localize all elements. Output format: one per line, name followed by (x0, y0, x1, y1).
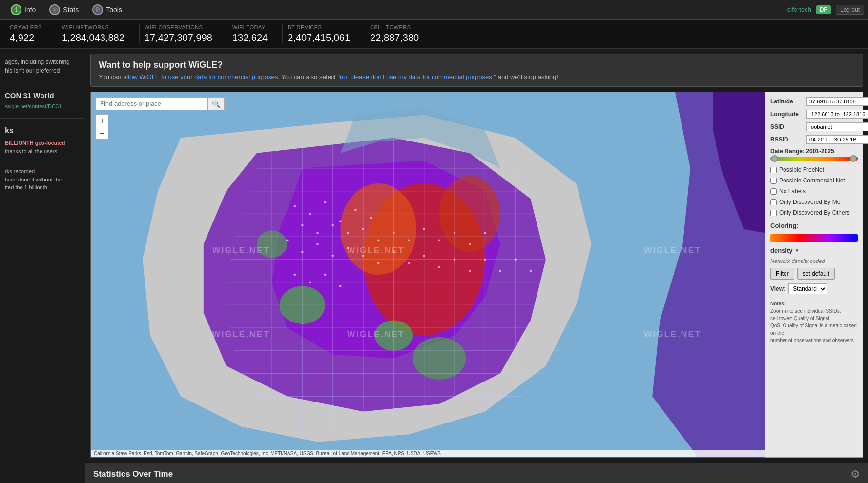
bssid-row: BSSID (770, 135, 858, 144)
stat-crawlers-value: 4,922 (10, 32, 42, 43)
stat-wifi-today: WIFI TODAY 132,624 (227, 24, 283, 43)
svg-point-30 (469, 243, 471, 245)
allow-commercial-link[interactable]: allow WiGLE to use your data for commerc… (123, 73, 278, 80)
discovered-others-label: Only Discovered By Others (779, 209, 850, 216)
stat-crawlers: CRAWLERS 4,922 (5, 24, 57, 43)
svg-point-49 (293, 274, 296, 276)
nav-info[interactable]: ℹ Info (4, 0, 42, 19)
svg-point-42 (438, 266, 441, 268)
checkbox-discovered-me: Only Discovered By Me (770, 199, 858, 205)
contest-link[interactable]: /wigle.net/contest/DC31 (5, 103, 62, 109)
longitude-row: Longitude (770, 110, 858, 119)
map-panel: WIGLE.NET WIGLE.NET WIGLE.NET WIGLE.NET … (90, 92, 863, 458)
svg-point-40 (408, 262, 410, 264)
range-thumb-left[interactable] (771, 155, 778, 162)
zoom-out-button[interactable]: − (96, 127, 108, 140)
svg-point-22 (347, 232, 350, 234)
svg-point-52 (339, 285, 342, 287)
zoom-in-button[interactable]: + (96, 114, 108, 127)
checkbox-discovered-others: Only Discovered By Others (770, 209, 858, 216)
discovered-me-checkbox[interactable] (770, 199, 777, 205)
top-navigation: ℹ Info ◎ Stats ⚙ Tools cifertech DF Log … (0, 0, 868, 20)
svg-point-51 (324, 274, 327, 276)
support-text: You can allow WiGLE to use your data for… (99, 73, 855, 80)
map-sidebar-panel: Latitude Longitude SSID BSSID (765, 92, 863, 458)
main-layout: ages, including switching his isn't our … (0, 49, 868, 483)
stat-wifi-today-label: WIFI TODAY (232, 24, 268, 30)
nav-tools[interactable]: ⚙ Tools (85, 0, 129, 19)
map-zoom-controls: + − (96, 114, 108, 140)
stats-icon: ◎ (49, 4, 60, 15)
sidebar-body-extra: rks recorded. have done it without the t… (0, 165, 85, 194)
commercial-checkbox[interactable] (770, 178, 777, 184)
stat-wifi-networks-value: 1,284,043,882 (62, 32, 124, 43)
coloring-value: density (770, 247, 793, 254)
date-range-label: Date Range: 2001-2025 (770, 148, 858, 155)
contest-title: CON 31 World (5, 91, 80, 100)
stat-bt-devices: BT DEVICES 2,407,415,061 (283, 24, 365, 43)
set-default-button[interactable]: set default (797, 268, 835, 280)
notes-line5: number of observations and observers. (770, 338, 855, 343)
coloring-desc: Network density coded (770, 258, 858, 264)
nav-stats-label: Stats (63, 6, 79, 14)
ssid-input[interactable] (806, 122, 868, 131)
commercial-label: Possible Commercial Net (779, 177, 845, 184)
coloring-gradient (770, 234, 858, 242)
map-wrapper[interactable]: WIGLE.NET WIGLE.NET WIGLE.NET WIGLE.NET … (90, 92, 765, 458)
view-row: View: Standard Satellite Terrain (770, 283, 858, 294)
svg-point-20 (316, 232, 319, 234)
map-search-bar: 🔍 (96, 97, 225, 110)
svg-point-18 (370, 217, 372, 219)
svg-point-36 (347, 247, 350, 249)
freenet-checkbox[interactable] (770, 167, 777, 173)
longitude-label: Longitude (770, 111, 805, 118)
logout-button[interactable]: Log out (836, 5, 864, 15)
range-thumb-right[interactable] (850, 155, 857, 162)
notes-line3: cell tower: Quality of Signal (770, 316, 829, 321)
bssid-input[interactable] (806, 135, 868, 144)
tools-icon: ⚙ (92, 4, 103, 15)
latitude-label: Latitude (770, 98, 805, 105)
ssid-label: SSID (770, 123, 805, 130)
stat-bt-devices-label: BT DEVICES (288, 24, 350, 30)
info-icon: ℹ (11, 4, 21, 15)
svg-point-34 (316, 243, 319, 245)
map-notes: Notes: Zoom in to see individual SSIDs. … (770, 300, 858, 344)
date-range-slider[interactable] (770, 157, 858, 161)
map-search-input[interactable] (96, 97, 208, 110)
no-commercial-link[interactable]: no, please don't use my data for commerc… (340, 73, 492, 80)
nolabels-checkbox[interactable] (770, 188, 777, 195)
coloring-dropdown-icon[interactable]: ▼ (795, 248, 800, 253)
longitude-input[interactable] (806, 110, 868, 119)
stat-cell-towers-value: 22,887,380 (370, 32, 419, 43)
stats-footer: Statistics Over Time ⚙ (85, 463, 868, 483)
svg-point-24 (377, 240, 380, 242)
checkbox-nolabels: No Labels (770, 188, 858, 195)
svg-point-7 (340, 183, 416, 275)
map-search-button[interactable]: 🔍 (208, 97, 225, 110)
svg-point-15 (324, 201, 327, 204)
brand-link[interactable]: cifertech (787, 6, 811, 13)
support-banner: Want to help support WiGLE? You can allo… (90, 54, 863, 87)
nav-stats[interactable]: ◎ Stats (42, 0, 85, 19)
content-area: Want to help support WiGLE? You can allo… (85, 49, 868, 483)
checkbox-freenet: Possible FreeNet (770, 166, 858, 173)
latitude-input[interactable] (806, 97, 868, 106)
sidebar-intro-text: ages, including switching his isn't our … (0, 54, 85, 79)
nav-info-label: Info (24, 6, 36, 14)
notes-line4: QoS: Quality of Signal is a metric based… (770, 323, 857, 336)
stat-bt-devices-value: 2,407,415,061 (288, 32, 350, 43)
sidebar-section-title: ks (0, 122, 85, 137)
svg-point-38 (377, 262, 380, 264)
filter-button[interactable]: Filter (770, 268, 794, 280)
stat-cell-towers: CELL TOWERS 22,887,380 (365, 24, 434, 43)
checkbox-commercial: Possible Commercial Net (770, 177, 858, 184)
svg-point-12 (413, 337, 466, 380)
discovered-me-label: Only Discovered By Me (779, 199, 840, 205)
discovered-others-checkbox[interactable] (770, 210, 777, 216)
svg-point-28 (438, 240, 441, 242)
notes-title: Notes: (770, 301, 785, 306)
nav-right-section: cifertech DF Log out (787, 5, 864, 15)
sidebar-body-text: BILLIONTH geo-located thanks to all the … (0, 137, 85, 157)
view-select[interactable]: Standard Satellite Terrain (788, 283, 827, 294)
